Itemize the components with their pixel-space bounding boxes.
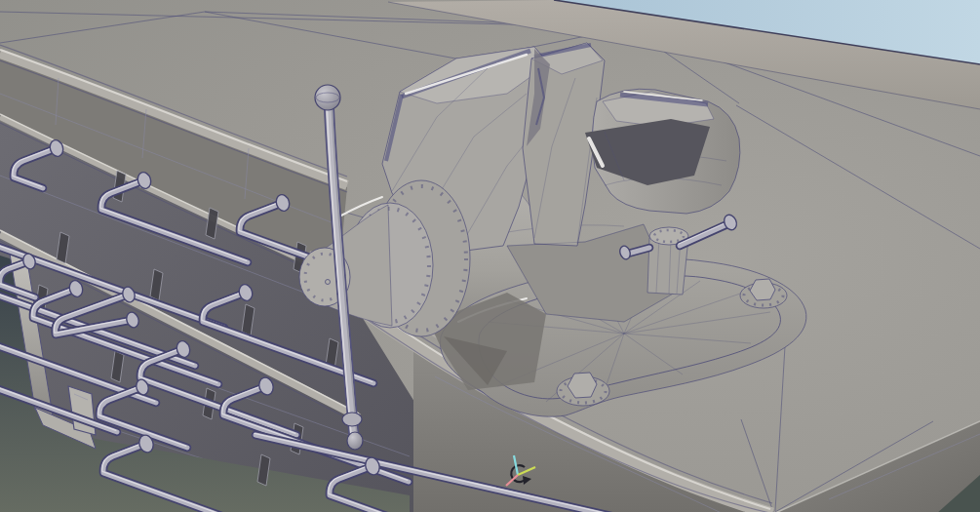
viewport-canvas[interactable]: workbench tabletop viewport background p… [0, 0, 980, 512]
handle-collar [342, 413, 362, 426]
handle-bottom-ball [347, 432, 363, 450]
viewport[interactable]: workbench tabletop viewport background p… [0, 0, 980, 512]
handle-top-ball [315, 85, 340, 110]
